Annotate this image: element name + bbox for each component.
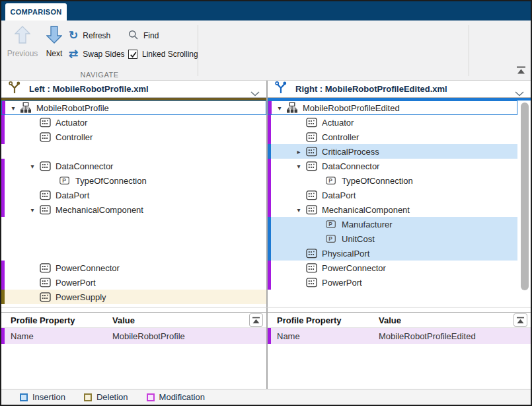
left-property-panel: Profile Property Value NameMobileRobotPr… — [1, 307, 266, 389]
tree-item-mechanicalcomponent[interactable]: ▾MechanicalComponent — [1, 202, 266, 217]
modification-marker-bar — [268, 188, 271, 202]
tree-empty-row — [1, 231, 266, 246]
tree-item-label: DataConnector — [322, 161, 379, 171]
modification-marker-bar — [268, 115, 271, 130]
tab-comparison[interactable]: COMPARISON — [5, 3, 67, 20]
legend-item-modification: Modification — [147, 392, 205, 402]
tree-item-criticalprocess[interactable]: ▸CriticalProcess — [268, 144, 517, 159]
tree-item-powerconnector[interactable]: PowerConnector — [1, 261, 266, 275]
modification-marker-bar — [268, 101, 272, 114]
ribbon-section-separator — [198, 25, 198, 76]
value-column-header: Value — [112, 315, 135, 325]
tab-bar: COMPARISON — [1, 1, 531, 20]
expander-collapsed-icon[interactable]: ▸ — [293, 148, 305, 155]
linked-scrolling-checkbox[interactable]: Linked Scrolling — [128, 47, 198, 61]
tree-item-label: PowerConnector — [56, 263, 120, 273]
tree-item-dataport[interactable]: DataPort — [1, 188, 266, 202]
stereotype-icon — [305, 161, 318, 171]
svg-text:P: P — [328, 177, 332, 184]
tree-item-typeofconnection[interactable]: PTypeOfConnection — [1, 173, 266, 188]
tree-item-powersupply[interactable]: PowerSupply — [1, 290, 266, 304]
expander-expanded-icon[interactable]: ▾ — [274, 104, 285, 112]
navigate-section-label: NAVIGATE — [1, 71, 198, 79]
tree-item-label: Controller — [56, 132, 93, 142]
expander-expanded-icon[interactable]: ▾ — [293, 206, 305, 214]
tree-item-label: PhysicalPort — [322, 249, 369, 259]
tree-item-mechanicalcomponent[interactable]: ▾MechanicalComponent — [268, 202, 531, 217]
tree-item-label: DataPort — [56, 190, 89, 200]
legend-swatch — [20, 393, 28, 401]
tree-item-unitcost[interactable]: PUnitCost — [268, 231, 517, 246]
swap-icon: ⇄ — [69, 49, 78, 60]
comparison-window: COMPARISON Previous Next ↻ Refresh ⇄ Swa… — [0, 0, 532, 406]
tree-item-manufacturer[interactable]: PManufacturer — [268, 217, 517, 231]
legend-label: Deletion — [96, 392, 128, 402]
find-button[interactable]: Find — [128, 28, 159, 43]
tree-item-label: CriticalProcess — [322, 147, 379, 157]
tree-item-mobilerobotprofileedited[interactable]: ▾MobileRobotProfileEdited — [268, 101, 517, 115]
tree-item-mobilerobotprofile[interactable]: ▾MobileRobotProfile — [1, 101, 266, 115]
scrollbar-thumb[interactable] — [521, 102, 529, 290]
modification-marker-bar — [1, 275, 5, 290]
modification-marker-bar — [268, 261, 271, 275]
property-column-header: Profile Property — [11, 315, 75, 325]
tree-item-typeofconnection[interactable]: PTypeOfConnection — [268, 173, 531, 188]
tree-item-powerport[interactable]: PowerPort — [268, 275, 531, 290]
modification-marker-bar — [1, 202, 5, 217]
modification-marker-bar — [1, 130, 5, 144]
left-tree: ▾MobileRobotProfileActuatorController▾Da… — [1, 98, 266, 307]
expander-expanded-icon[interactable]: ▾ — [26, 206, 38, 214]
expander-expanded-icon[interactable]: ▾ — [293, 163, 305, 170]
property-column-header: Profile Property — [277, 315, 342, 325]
expander-expanded-icon[interactable]: ▾ — [7, 104, 19, 112]
tree-item-controller[interactable]: Controller — [1, 130, 266, 144]
stereotype-icon — [38, 263, 52, 273]
tree-item-label: MechanicalComponent — [322, 205, 410, 215]
right-file-selector[interactable]: Right : MobileRobotProfileEdited.xml — [268, 81, 531, 98]
svg-text:P: P — [328, 221, 332, 227]
tree-item-label: PowerPort — [322, 278, 362, 288]
collapse-pane-button[interactable] — [513, 313, 527, 327]
stereotype-icon — [38, 132, 52, 142]
vertical-scrollbar[interactable] — [520, 101, 529, 307]
tree-item-dataport[interactable]: DataPort — [268, 188, 531, 202]
expander-expanded-icon[interactable]: ▾ — [26, 163, 38, 170]
collapse-pane-button[interactable] — [249, 313, 263, 327]
left-file-selector[interactable]: Left : MobileRobotProfile.xml — [1, 81, 266, 98]
next-button[interactable]: Next — [40, 26, 69, 58]
stereotype-icon — [38, 292, 52, 302]
modification-marker-bar — [1, 173, 5, 188]
branch-compare-icon — [8, 81, 21, 97]
stereotype-icon — [38, 278, 52, 288]
tree-item-powerport[interactable]: PowerPort — [1, 275, 266, 290]
tree-item-actuator[interactable]: Actuator — [1, 115, 266, 130]
tree-item-label: PowerSupply — [56, 292, 106, 302]
property-icon: P — [324, 235, 338, 243]
ribbon: Previous Next ↻ Refresh ⇄ Swap Sides Fin… — [1, 20, 531, 81]
stereotype-icon — [38, 205, 52, 215]
property-row-name[interactable]: NameMobileRobotProfileEdited — [268, 328, 531, 344]
svg-text:P: P — [328, 235, 332, 242]
stereotype-icon — [305, 263, 318, 273]
search-icon — [128, 30, 139, 42]
previous-button[interactable]: Previous — [4, 26, 41, 58]
tree-item-dataconnector[interactable]: ▾DataConnector — [1, 159, 266, 173]
profile-icon — [285, 102, 299, 114]
tree-empty-row — [1, 246, 266, 261]
property-value: MobileRobotProfileEdited — [379, 331, 476, 341]
profile-icon — [19, 102, 32, 114]
swap-sides-button[interactable]: ⇄ Swap Sides — [69, 47, 125, 61]
property-row-name[interactable]: NameMobileRobotProfile — [1, 328, 266, 344]
collapse-ribbon-button[interactable] — [516, 65, 529, 75]
tree-item-physicalport[interactable]: PhysicalPort — [268, 246, 517, 261]
tree-item-powerconnector[interactable]: PowerConnector — [268, 261, 531, 275]
tree-item-actuator[interactable]: Actuator — [268, 115, 531, 130]
stereotype-icon — [305, 118, 318, 128]
refresh-button[interactable]: ↻ Refresh — [69, 28, 110, 43]
property-icon: P — [324, 220, 338, 229]
legend-label: Insertion — [32, 392, 65, 402]
tree-item-controller[interactable]: Controller — [268, 130, 531, 144]
tree-item-dataconnector[interactable]: ▾DataConnector — [268, 159, 531, 173]
insertion-marker-bar — [268, 246, 271, 261]
right-property-panel: Profile Property Value NameMobileRobotPr… — [268, 307, 531, 389]
